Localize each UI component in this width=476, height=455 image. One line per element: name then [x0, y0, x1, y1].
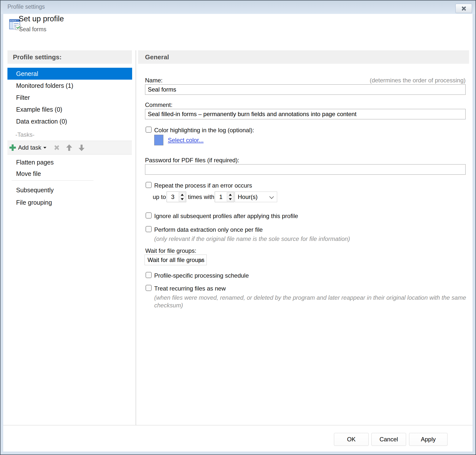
task-list-divider [12, 180, 93, 181]
retry-interval-value: 1 [215, 192, 227, 202]
sidebar-bottom-list: Subsequently File grouping [7, 184, 132, 209]
retry-interval-spinner[interactable]: 1 [215, 192, 234, 202]
spinner-up-button[interactable] [227, 193, 233, 197]
chevron-down-icon [269, 194, 274, 199]
interval-unit-value: Hour(s) [238, 194, 258, 200]
apply-button[interactable]: Apply [409, 433, 447, 446]
tasks-toolbar: Add task [7, 141, 132, 155]
task-item-flatten-pages[interactable]: Flatten pages [7, 157, 132, 168]
interval-unit-select[interactable]: Hour(s) [235, 192, 277, 202]
footer-divider [3, 425, 473, 425]
spinner-buttons [179, 192, 185, 201]
wait-for-file-groups-select[interactable]: Wait for all file groups [145, 255, 207, 265]
triangle-up-icon [181, 194, 184, 196]
plus-icon [9, 144, 16, 151]
processing-schedule-checkbox[interactable] [146, 272, 152, 278]
pdf-password-input[interactable] [145, 164, 466, 175]
close-button[interactable] [455, 4, 472, 13]
retry-count-value: 3 [167, 192, 179, 202]
extract-once-note: (only relevant if the original file name… [154, 235, 350, 243]
move-task-up-button[interactable] [60, 144, 72, 151]
triangle-up-icon [229, 194, 232, 196]
wait-for-file-groups-label: Wait for file groups: [145, 247, 196, 254]
sidebar-item-monitored-folders[interactable]: Monitored folders (1) [7, 80, 132, 92]
spinner-down-button[interactable] [227, 197, 233, 201]
move-task-down-button[interactable] [72, 144, 85, 151]
caret-down-icon [43, 147, 46, 149]
extract-once-label: Perform data extraction only once per fi… [154, 226, 263, 233]
sidebar-list: General Monitored folders (1) Filter Exa… [7, 68, 132, 127]
color-swatch[interactable] [154, 135, 163, 145]
spinner-up-button[interactable] [179, 193, 185, 197]
sidebar-item-data-extraction[interactable]: Data extraction (0) [7, 115, 132, 127]
name-input[interactable] [145, 84, 466, 95]
ok-button[interactable]: OK [334, 433, 369, 446]
arrow-up-icon [66, 144, 72, 151]
recurring-files-checkbox[interactable] [146, 285, 152, 291]
page-title: Set up profile [19, 14, 64, 23]
name-order-hint: (determines the order of processing) [273, 77, 466, 84]
titlebar [0, 0, 476, 14]
repeat-on-error-label: Repeat the process if an error occurs [154, 182, 252, 189]
comment-label: Comment: [145, 101, 173, 108]
tasks-section-label: -Tasks- [15, 131, 34, 138]
ignore-subsequent-checkbox[interactable] [146, 212, 152, 219]
times-within-label: times within [188, 194, 219, 200]
name-label: Name: [145, 77, 163, 84]
color-highlighting-checkbox[interactable] [146, 127, 152, 133]
pdf-password-label: Password for PDF files (if required): [145, 157, 239, 164]
comment-input[interactable] [145, 109, 466, 119]
close-icon [461, 5, 467, 11]
processing-schedule-label: Profile-specific processing schedule [154, 272, 249, 279]
sidebar-item-example-files[interactable]: Example files (0) [7, 103, 132, 115]
ignore-subsequent-label: Ignore all subsequent profiles after app… [154, 213, 298, 220]
panel-header: General [138, 50, 469, 64]
icon-titlebar [10, 20, 20, 22]
triangle-down-icon [181, 198, 184, 200]
delete-task-button[interactable] [46, 145, 60, 151]
sidebar-item-file-grouping[interactable]: File grouping [7, 196, 132, 209]
spinner-down-button[interactable] [179, 197, 185, 201]
window-title: Profile settings [7, 3, 45, 10]
sidebar-item-subsequently[interactable]: Subsequently [7, 184, 132, 196]
extract-once-checkbox[interactable] [146, 226, 152, 232]
sidebar-panel-divider [136, 50, 136, 425]
color-highlighting-label: Color highlighting in the log (optional)… [154, 127, 254, 134]
task-list: Flatten pages Move file [7, 157, 132, 179]
spinner-buttons [227, 192, 234, 201]
select-color-link[interactable]: Select color... [168, 137, 204, 144]
page-subtitle: Seal forms [19, 26, 46, 33]
retry-count-spinner[interactable]: 3 [167, 192, 186, 202]
wait-for-file-groups-value: Wait for all file groups [148, 257, 205, 263]
arrow-down-icon [79, 144, 85, 151]
sidebar-item-filter[interactable]: Filter [7, 92, 132, 103]
repeat-on-error-checkbox[interactable] [146, 182, 152, 188]
cancel-button[interactable]: Cancel [371, 433, 406, 446]
icon-left-pane [10, 22, 13, 29]
triangle-down-icon [229, 198, 232, 200]
delete-x-icon [54, 145, 60, 151]
recurring-files-label: Treat recurring files as new [154, 285, 226, 292]
sidebar-header: Profile settings: [7, 50, 132, 64]
add-task-button[interactable]: Add task [9, 144, 46, 151]
add-task-label: Add task [18, 144, 41, 151]
recurring-files-note: (when files were moved, renamed, or dele… [154, 294, 468, 309]
sidebar-item-general[interactable]: General [7, 68, 132, 80]
up-to-label: up to [153, 194, 166, 200]
task-item-move-file[interactable]: Move file [7, 168, 132, 179]
